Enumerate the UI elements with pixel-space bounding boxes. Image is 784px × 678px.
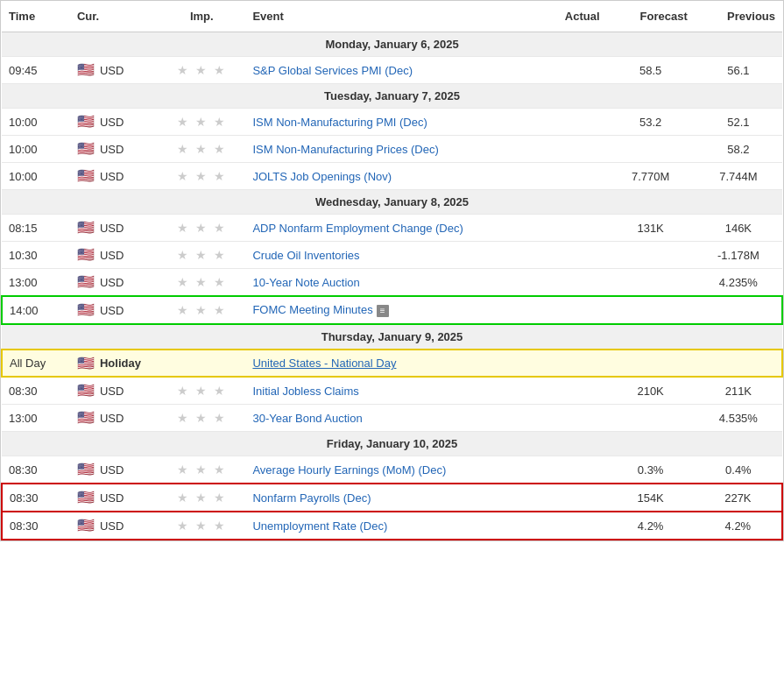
table-row: 10:30🇺🇸USD★ ★ ★Crude Oil Inventories-1.1…	[2, 242, 782, 269]
event-link[interactable]: Initial Jobless Claims	[252, 385, 358, 398]
currency-cell: 🇺🇸USD	[70, 512, 158, 540]
event-link[interactable]: FOMC Meeting Minutes	[252, 303, 372, 316]
table-row: 13:00🇺🇸USD★ ★ ★30-Year Bond Auction4.535…	[2, 405, 782, 432]
time-cell: 13:00	[2, 269, 70, 297]
event-link[interactable]: ISM Non-Manufacturing Prices (Dec)	[252, 143, 438, 156]
currency-cell: 🇺🇸USD	[70, 269, 158, 297]
forecast-cell: 0.3%	[607, 456, 695, 484]
importance-stars: ★ ★ ★	[177, 463, 227, 477]
currency-cell: 🇺🇸USD	[70, 163, 158, 190]
event-doc-icon: ≡	[377, 305, 389, 317]
actual-cell	[519, 242, 606, 269]
flag-icon: 🇺🇸	[77, 491, 96, 504]
importance-cell: ★ ★ ★	[158, 269, 245, 297]
col-cur: Cur.	[70, 1, 158, 32]
forecast-cell: 210K	[607, 377, 695, 405]
table-row: 08:30🇺🇸USD★ ★ ★Average Hourly Earnings (…	[2, 456, 782, 484]
day-header-row: Wednesday, January 8, 2025	[2, 190, 782, 215]
day-header-cell: Friday, January 10, 2025	[2, 432, 782, 456]
event-cell: Unemployment Rate (Dec)	[245, 512, 519, 540]
event-cell: ISM Non-Manufacturing Prices (Dec)	[245, 136, 519, 163]
previous-cell: 227K	[695, 484, 782, 512]
forecast-cell	[607, 242, 695, 269]
table-row: All Day🇺🇸HolidayUnited States - National…	[2, 350, 782, 377]
col-imp: Imp.	[158, 1, 245, 32]
forecast-cell: 131K	[607, 215, 695, 242]
table-row: 08:30🇺🇸USD★ ★ ★Initial Jobless Claims210…	[2, 377, 782, 405]
currency-label: USD	[100, 249, 124, 262]
event-link[interactable]: 30-Year Bond Auction	[252, 412, 362, 425]
event-link[interactable]: 10-Year Note Auction	[252, 276, 359, 289]
flag-icon: 🇺🇸	[77, 143, 96, 155]
currency-cell: 🇺🇸USD	[70, 456, 158, 484]
forecast-cell	[607, 350, 695, 377]
actual-cell	[519, 296, 606, 324]
previous-cell: 52.1	[695, 109, 782, 136]
event-cell: Initial Jobless Claims	[245, 377, 519, 405]
previous-cell: 0.4%	[695, 456, 782, 484]
event-link[interactable]: Unemployment Rate (Dec)	[252, 519, 387, 533]
table-row: 10:00🇺🇸USD★ ★ ★JOLTS Job Openings (Nov)7…	[2, 163, 782, 190]
flag-icon: 🇺🇸	[77, 116, 96, 128]
currency-label: USD	[100, 64, 124, 77]
importance-stars: ★ ★ ★	[177, 519, 227, 533]
table-header: Time Cur. Imp. Event Actual Forecast Pre…	[2, 1, 782, 32]
day-header-row: Tuesday, January 7, 2025	[2, 84, 782, 109]
currency-cell: 🇺🇸USD	[70, 377, 158, 405]
time-cell: 10:00	[2, 163, 70, 190]
event-link[interactable]: ADP Nonfarm Employment Change (Dec)	[252, 222, 463, 235]
actual-cell	[519, 405, 606, 432]
day-header-cell: Tuesday, January 7, 2025	[2, 84, 782, 109]
event-link[interactable]: Crude Oil Inventories	[252, 249, 359, 262]
previous-cell: 146K	[695, 215, 782, 242]
actual-cell	[519, 350, 606, 377]
importance-stars: ★ ★ ★	[177, 63, 227, 77]
importance-cell: ★ ★ ★	[158, 109, 245, 136]
currency-label: USD	[100, 385, 124, 398]
event-link[interactable]: United States - National Day	[252, 357, 396, 370]
event-link[interactable]: Nonfarm Payrolls (Dec)	[252, 491, 371, 505]
flag-icon: 🇺🇸	[77, 276, 96, 288]
currency-cell: 🇺🇸USD	[70, 57, 158, 84]
actual-cell	[519, 215, 606, 242]
currency-cell: 🇺🇸Holiday	[70, 350, 158, 377]
currency-cell: 🇺🇸USD	[70, 242, 158, 269]
day-header-row: Friday, January 10, 2025	[2, 432, 782, 456]
event-link[interactable]: Average Hourly Earnings (MoM) (Dec)	[252, 463, 446, 477]
day-header-cell: Wednesday, January 8, 2025	[2, 190, 782, 215]
previous-cell: 4.235%	[695, 269, 782, 297]
flag-icon: 🇺🇸	[77, 170, 96, 182]
forecast-cell	[607, 136, 695, 163]
table-row: 08:15🇺🇸USD★ ★ ★ADP Nonfarm Employment Ch…	[2, 215, 782, 242]
importance-cell: ★ ★ ★	[158, 215, 245, 242]
time-cell: 08:30	[2, 377, 70, 405]
actual-cell	[519, 109, 606, 136]
table-row: 08:30🇺🇸USD★ ★ ★Nonfarm Payrolls (Dec)154…	[2, 484, 782, 512]
event-link[interactable]: ISM Non-Manufacturing PMI (Dec)	[252, 116, 427, 129]
flag-icon: 🇺🇸	[77, 463, 96, 476]
importance-stars: ★ ★ ★	[177, 303, 227, 317]
actual-cell	[519, 377, 606, 405]
currency-cell: 🇺🇸USD	[70, 405, 158, 432]
previous-cell	[695, 350, 782, 377]
forecast-cell: 7.770M	[607, 163, 695, 190]
col-event: Event	[245, 1, 519, 32]
previous-cell: 56.1	[695, 57, 782, 84]
event-cell: FOMC Meeting Minutes≡	[245, 296, 519, 324]
event-cell: JOLTS Job Openings (Nov)	[245, 163, 519, 190]
forecast-cell	[607, 296, 695, 324]
flag-icon: 🇺🇸	[77, 357, 96, 370]
event-link[interactable]: JOLTS Job Openings (Nov)	[252, 170, 392, 183]
importance-stars: ★ ★ ★	[177, 169, 227, 183]
currency-cell: 🇺🇸USD	[70, 484, 158, 512]
holiday-label: Holiday	[100, 357, 141, 370]
col-time: Time	[2, 1, 70, 32]
previous-cell	[695, 296, 782, 324]
currency-cell: 🇺🇸USD	[70, 109, 158, 136]
event-cell: Nonfarm Payrolls (Dec)	[245, 484, 519, 512]
importance-stars: ★ ★ ★	[177, 384, 227, 398]
actual-cell	[519, 269, 606, 297]
time-cell: 08:30	[2, 484, 70, 512]
importance-cell: ★ ★ ★	[158, 405, 245, 432]
event-link[interactable]: S&P Global Services PMI (Dec)	[252, 64, 413, 77]
